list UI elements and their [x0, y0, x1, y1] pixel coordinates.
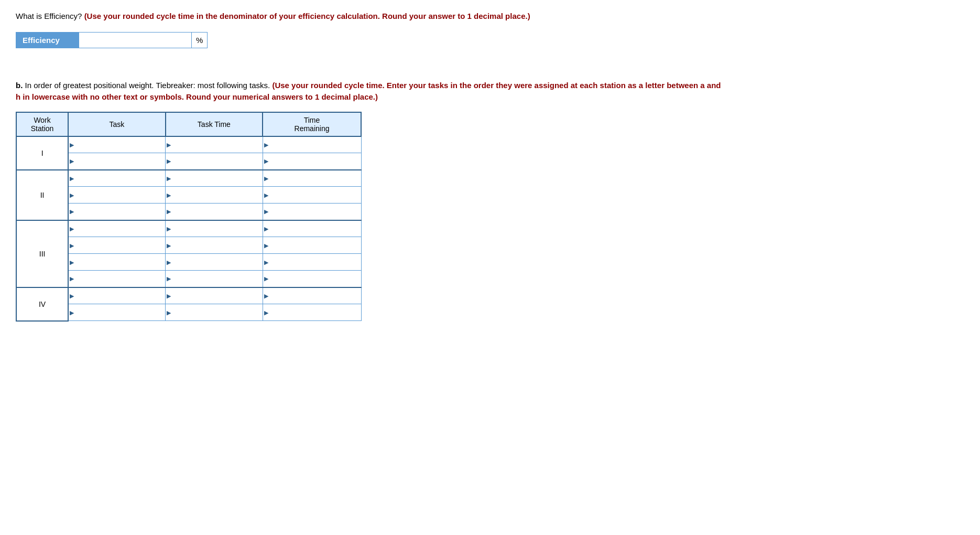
- timeremaining-input[interactable]: [263, 304, 361, 320]
- station-III-label: III: [16, 220, 68, 287]
- task-input[interactable]: [69, 271, 165, 287]
- table-row: ▶ ▶ ▶: [16, 204, 361, 220]
- tasktime-input[interactable]: [166, 153, 262, 169]
- efficiency-table: Efficiency %: [16, 32, 208, 48]
- task-input-cell[interactable]: ▶: [68, 304, 166, 321]
- tasktime-input-cell[interactable]: ▶: [166, 271, 263, 287]
- tasktime-input-cell[interactable]: ▶: [166, 187, 263, 204]
- task-input-cell[interactable]: ▶: [68, 254, 166, 271]
- timeremaining-input-cell[interactable]: ▶: [263, 153, 361, 170]
- timeremaining-input[interactable]: [263, 137, 361, 153]
- part-a-instruction: (Use your rounded cycle time in the deno…: [84, 12, 530, 20]
- part-b-question: b. In order of greatest positional weigh…: [16, 80, 723, 103]
- part-b-section: b. In order of greatest positional weigh…: [16, 80, 964, 322]
- timeremaining-input[interactable]: [263, 204, 361, 220]
- part-b-prefix: b.: [16, 81, 23, 90]
- station-II-label: II: [16, 170, 68, 220]
- table-row: III ▶ ▶ ▶: [16, 220, 361, 237]
- task-input-cell[interactable]: ▶: [68, 136, 166, 153]
- timeremaining-input-cell[interactable]: ▶: [263, 237, 361, 254]
- timeremaining-input[interactable]: [263, 187, 361, 203]
- tasktime-input[interactable]: [166, 237, 262, 253]
- timeremaining-input-cell[interactable]: ▶: [263, 271, 361, 287]
- tasktime-input[interactable]: [166, 254, 262, 270]
- part-a-question: What is Efficiency? (Use your rounded cy…: [16, 10, 697, 23]
- question-text-normal: What is Efficiency?: [16, 12, 82, 20]
- task-input[interactable]: [69, 237, 165, 253]
- task-input[interactable]: [69, 254, 165, 270]
- table-row: ▶ ▶ ▶: [16, 153, 361, 170]
- timeremaining-input-cell[interactable]: ▶: [263, 136, 361, 153]
- tasktime-input-cell[interactable]: ▶: [166, 254, 263, 271]
- tasktime-input-cell[interactable]: ▶: [166, 170, 263, 187]
- timeremaining-input-cell[interactable]: ▶: [263, 287, 361, 304]
- tasktime-input[interactable]: [166, 170, 262, 187]
- tasktime-input[interactable]: [166, 271, 262, 287]
- part-a-section: What is Efficiency? (Use your rounded cy…: [16, 10, 964, 48]
- table-row: ▶ ▶ ▶: [16, 304, 361, 321]
- table-row: I ▶ ▶ ▶: [16, 136, 361, 153]
- tasktime-input[interactable]: [166, 204, 262, 220]
- efficiency-input[interactable]: [83, 35, 187, 46]
- table-row: II ▶ ▶ ▶: [16, 170, 361, 187]
- header-task: Task: [68, 112, 166, 136]
- table-row: ▶ ▶ ▶: [16, 187, 361, 204]
- timeremaining-input-cell[interactable]: ▶: [263, 304, 361, 321]
- timeremaining-input[interactable]: [263, 271, 361, 287]
- percent-symbol: %: [192, 32, 208, 48]
- table-row: ▶ ▶ ▶: [16, 271, 361, 287]
- task-input-cell[interactable]: ▶: [68, 220, 166, 237]
- task-input[interactable]: [69, 221, 165, 237]
- task-input[interactable]: [69, 153, 165, 169]
- tasktime-input-cell[interactable]: ▶: [166, 287, 263, 304]
- task-input-cell[interactable]: ▶: [68, 187, 166, 204]
- task-input-cell[interactable]: ▶: [68, 153, 166, 170]
- header-tasktime: Task Time: [166, 112, 263, 136]
- timeremaining-input[interactable]: [263, 288, 361, 304]
- timeremaining-input[interactable]: [263, 221, 361, 237]
- task-input-cell[interactable]: ▶: [68, 237, 166, 254]
- tasktime-input-cell[interactable]: ▶: [166, 304, 263, 321]
- table-row: ▶ ▶ ▶: [16, 237, 361, 254]
- efficiency-input-cell[interactable]: [79, 32, 192, 48]
- task-input-cell[interactable]: ▶: [68, 170, 166, 187]
- header-workstation: Work Station: [16, 112, 68, 136]
- task-input-cell[interactable]: ▶: [68, 204, 166, 220]
- tasktime-input-cell[interactable]: ▶: [166, 220, 263, 237]
- timeremaining-input-cell[interactable]: ▶: [263, 204, 361, 220]
- tasktime-input[interactable]: [166, 221, 262, 237]
- task-input[interactable]: [69, 137, 165, 153]
- timeremaining-input-cell[interactable]: ▶: [263, 220, 361, 237]
- tasktime-input-cell[interactable]: ▶: [166, 204, 263, 220]
- efficiency-label: Efficiency: [16, 32, 79, 48]
- task-input[interactable]: [69, 304, 165, 320]
- tasktime-input-cell[interactable]: ▶: [166, 153, 263, 170]
- task-input[interactable]: [69, 170, 165, 187]
- timeremaining-input[interactable]: [263, 153, 361, 169]
- task-input-cell[interactable]: ▶: [68, 287, 166, 304]
- task-input[interactable]: [69, 204, 165, 220]
- table-row: ▶ ▶ ▶: [16, 254, 361, 271]
- timeremaining-input[interactable]: [263, 254, 361, 270]
- tasktime-input-cell[interactable]: ▶: [166, 136, 263, 153]
- timeremaining-input[interactable]: [263, 170, 361, 187]
- task-input[interactable]: [69, 187, 165, 203]
- part-b-text: In order of greatest positional weight. …: [25, 81, 270, 90]
- timeremaining-input-cell[interactable]: ▶: [263, 187, 361, 204]
- timeremaining-input-cell[interactable]: ▶: [263, 170, 361, 187]
- timeremaining-input-cell[interactable]: ▶: [263, 254, 361, 271]
- tasktime-input[interactable]: [166, 187, 262, 203]
- tasktime-input[interactable]: [166, 304, 262, 320]
- station-I-label: I: [16, 136, 68, 170]
- tasktime-input[interactable]: [166, 288, 262, 304]
- work-station-table: Work Station Task Task Time TimeRemainin…: [16, 112, 362, 322]
- timeremaining-input[interactable]: [263, 237, 361, 253]
- station-IV-label: IV: [16, 287, 68, 321]
- tasktime-input[interactable]: [166, 137, 262, 153]
- task-input[interactable]: [69, 288, 165, 304]
- header-timeremaining: TimeRemaining: [263, 112, 361, 136]
- table-row: IV ▶ ▶ ▶: [16, 287, 361, 304]
- task-input-cell[interactable]: ▶: [68, 271, 166, 287]
- tasktime-input-cell[interactable]: ▶: [166, 237, 263, 254]
